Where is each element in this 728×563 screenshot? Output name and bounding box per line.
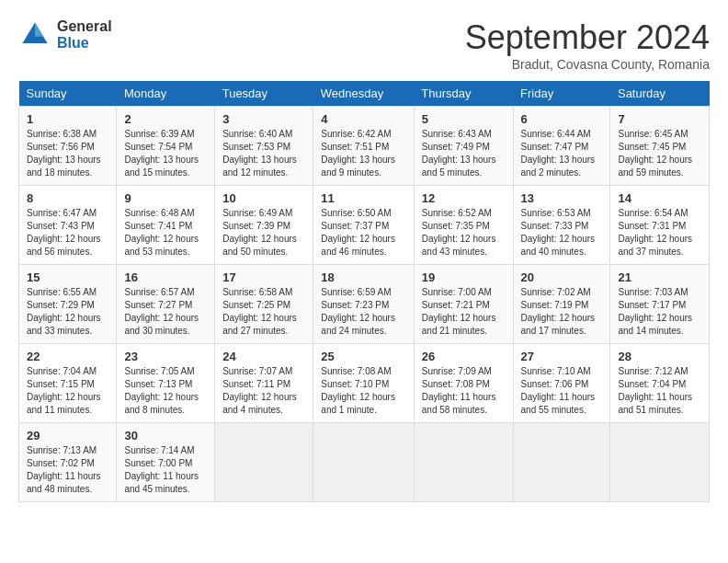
table-row: [215, 423, 313, 502]
page-header: General Blue September 2024 Bradut, Cova…: [18, 18, 710, 72]
day-info: Sunrise: 7:10 AM Sunset: 7:06 PM Dayligh…: [521, 365, 603, 417]
table-row: 27Sunrise: 7:10 AM Sunset: 7:06 PM Dayli…: [513, 344, 610, 423]
header-tuesday: Tuesday: [215, 81, 313, 107]
table-row: 20Sunrise: 7:02 AM Sunset: 7:19 PM Dayli…: [513, 265, 610, 344]
day-info: Sunrise: 6:49 AM Sunset: 7:39 PM Dayligh…: [222, 207, 305, 259]
header-row: Sunday Monday Tuesday Wednesday Thursday…: [19, 81, 710, 107]
day-info: Sunrise: 6:43 AM Sunset: 7:49 PM Dayligh…: [422, 128, 506, 179]
table-row: 30Sunrise: 7:14 AM Sunset: 7:00 PM Dayli…: [117, 423, 215, 502]
day-number: 24: [222, 350, 305, 363]
table-row: 2Sunrise: 6:39 AM Sunset: 7:54 PM Daylig…: [117, 107, 215, 186]
day-number: 5: [422, 112, 506, 126]
day-info: Sunrise: 7:12 AM Sunset: 7:04 PM Dayligh…: [618, 365, 701, 417]
day-number: 9: [124, 191, 207, 205]
table-row: 18Sunrise: 6:59 AM Sunset: 7:23 PM Dayli…: [313, 265, 414, 344]
day-number: 7: [618, 112, 701, 126]
day-info: Sunrise: 7:14 AM Sunset: 7:00 PM Dayligh…: [124, 444, 207, 496]
calendar-week-4: 22Sunrise: 7:04 AM Sunset: 7:15 PM Dayli…: [19, 344, 710, 423]
day-info: Sunrise: 6:50 AM Sunset: 7:37 PM Dayligh…: [321, 207, 405, 259]
table-row: [414, 423, 513, 502]
table-row: 4Sunrise: 6:42 AM Sunset: 7:51 PM Daylig…: [313, 107, 414, 186]
table-row: 11Sunrise: 6:50 AM Sunset: 7:37 PM Dayli…: [313, 186, 414, 265]
day-info: Sunrise: 6:58 AM Sunset: 7:25 PM Dayligh…: [222, 286, 305, 338]
logo: General Blue: [18, 18, 112, 52]
table-row: 9Sunrise: 6:48 AM Sunset: 7:41 PM Daylig…: [117, 186, 215, 265]
day-info: Sunrise: 7:05 AM Sunset: 7:13 PM Dayligh…: [124, 365, 207, 417]
day-info: Sunrise: 7:03 AM Sunset: 7:17 PM Dayligh…: [618, 286, 701, 338]
day-number: 12: [422, 191, 506, 205]
month-title: September 2024: [465, 18, 710, 57]
table-row: 21Sunrise: 7:03 AM Sunset: 7:17 PM Dayli…: [610, 265, 710, 344]
day-number: 29: [27, 429, 108, 442]
day-number: 10: [222, 191, 305, 205]
day-number: 30: [124, 429, 207, 442]
table-row: [513, 423, 610, 502]
day-info: Sunrise: 6:57 AM Sunset: 7:27 PM Dayligh…: [124, 286, 207, 338]
day-info: Sunrise: 6:42 AM Sunset: 7:51 PM Dayligh…: [321, 128, 405, 179]
day-number: 4: [321, 112, 405, 126]
day-info: Sunrise: 6:54 AM Sunset: 7:31 PM Dayligh…: [618, 207, 701, 259]
table-row: 29Sunrise: 7:13 AM Sunset: 7:02 PM Dayli…: [19, 423, 117, 502]
table-row: 8Sunrise: 6:47 AM Sunset: 7:43 PM Daylig…: [19, 186, 117, 265]
table-row: 10Sunrise: 6:49 AM Sunset: 7:39 PM Dayli…: [215, 186, 313, 265]
day-info: Sunrise: 7:02 AM Sunset: 7:19 PM Dayligh…: [521, 286, 603, 338]
logo-text: General Blue: [57, 18, 112, 51]
calendar-week-1: 1Sunrise: 6:38 AM Sunset: 7:56 PM Daylig…: [19, 107, 710, 186]
table-row: 28Sunrise: 7:12 AM Sunset: 7:04 PM Dayli…: [610, 344, 710, 423]
title-section: September 2024 Bradut, Covasna County, R…: [465, 18, 710, 72]
day-info: Sunrise: 6:53 AM Sunset: 7:33 PM Dayligh…: [521, 207, 603, 259]
day-number: 23: [124, 350, 207, 363]
day-number: 25: [321, 350, 405, 363]
day-number: 26: [422, 350, 506, 363]
day-info: Sunrise: 7:13 AM Sunset: 7:02 PM Dayligh…: [27, 444, 108, 496]
logo-general: General: [57, 18, 112, 35]
day-info: Sunrise: 6:55 AM Sunset: 7:29 PM Dayligh…: [27, 286, 108, 338]
day-number: 17: [222, 270, 305, 284]
logo-icon: [18, 18, 51, 52]
day-number: 18: [321, 270, 405, 284]
calendar-week-2: 8Sunrise: 6:47 AM Sunset: 7:43 PM Daylig…: [19, 186, 710, 265]
day-number: 8: [27, 191, 108, 205]
day-info: Sunrise: 6:39 AM Sunset: 7:54 PM Dayligh…: [124, 128, 207, 179]
table-row: 17Sunrise: 6:58 AM Sunset: 7:25 PM Dayli…: [215, 265, 313, 344]
day-number: 21: [618, 270, 701, 284]
day-info: Sunrise: 7:07 AM Sunset: 7:11 PM Dayligh…: [222, 365, 305, 417]
table-row: 15Sunrise: 6:55 AM Sunset: 7:29 PM Dayli…: [19, 265, 117, 344]
day-info: Sunrise: 6:44 AM Sunset: 7:47 PM Dayligh…: [521, 128, 603, 179]
table-row: 3Sunrise: 6:40 AM Sunset: 7:53 PM Daylig…: [215, 107, 313, 186]
table-row: 1Sunrise: 6:38 AM Sunset: 7:56 PM Daylig…: [19, 107, 117, 186]
table-row: 12Sunrise: 6:52 AM Sunset: 7:35 PM Dayli…: [414, 186, 513, 265]
calendar-table: Sunday Monday Tuesday Wednesday Thursday…: [18, 81, 710, 502]
day-number: 22: [27, 350, 108, 363]
day-number: 14: [618, 191, 701, 205]
header-friday: Friday: [513, 81, 610, 107]
day-number: 1: [27, 112, 108, 126]
day-info: Sunrise: 7:04 AM Sunset: 7:15 PM Dayligh…: [27, 365, 108, 417]
day-info: Sunrise: 6:38 AM Sunset: 7:56 PM Dayligh…: [27, 128, 108, 179]
table-row: 13Sunrise: 6:53 AM Sunset: 7:33 PM Dayli…: [513, 186, 610, 265]
table-row: 5Sunrise: 6:43 AM Sunset: 7:49 PM Daylig…: [414, 107, 513, 186]
table-row: 26Sunrise: 7:09 AM Sunset: 7:08 PM Dayli…: [414, 344, 513, 423]
day-info: Sunrise: 6:45 AM Sunset: 7:45 PM Dayligh…: [618, 128, 701, 179]
day-number: 11: [321, 191, 405, 205]
day-info: Sunrise: 6:59 AM Sunset: 7:23 PM Dayligh…: [321, 286, 405, 338]
table-row: 22Sunrise: 7:04 AM Sunset: 7:15 PM Dayli…: [19, 344, 117, 423]
day-info: Sunrise: 6:47 AM Sunset: 7:43 PM Dayligh…: [27, 207, 108, 259]
day-info: Sunrise: 6:48 AM Sunset: 7:41 PM Dayligh…: [124, 207, 207, 259]
day-info: Sunrise: 7:09 AM Sunset: 7:08 PM Dayligh…: [422, 365, 506, 417]
table-row: 24Sunrise: 7:07 AM Sunset: 7:11 PM Dayli…: [215, 344, 313, 423]
table-row: [313, 423, 414, 502]
day-info: Sunrise: 6:52 AM Sunset: 7:35 PM Dayligh…: [422, 207, 506, 259]
header-sunday: Sunday: [19, 81, 117, 107]
table-row: 19Sunrise: 7:00 AM Sunset: 7:21 PM Dayli…: [414, 265, 513, 344]
calendar-week-3: 15Sunrise: 6:55 AM Sunset: 7:29 PM Dayli…: [19, 265, 710, 344]
day-info: Sunrise: 6:40 AM Sunset: 7:53 PM Dayligh…: [222, 128, 305, 179]
day-number: 15: [27, 270, 108, 284]
day-number: 28: [618, 350, 701, 363]
day-number: 27: [521, 350, 603, 363]
logo-blue: Blue: [57, 35, 112, 52]
day-number: 2: [124, 112, 207, 126]
table-row: 7Sunrise: 6:45 AM Sunset: 7:45 PM Daylig…: [610, 107, 710, 186]
calendar-week-5: 29Sunrise: 7:13 AM Sunset: 7:02 PM Dayli…: [19, 423, 710, 502]
table-row: [610, 423, 710, 502]
